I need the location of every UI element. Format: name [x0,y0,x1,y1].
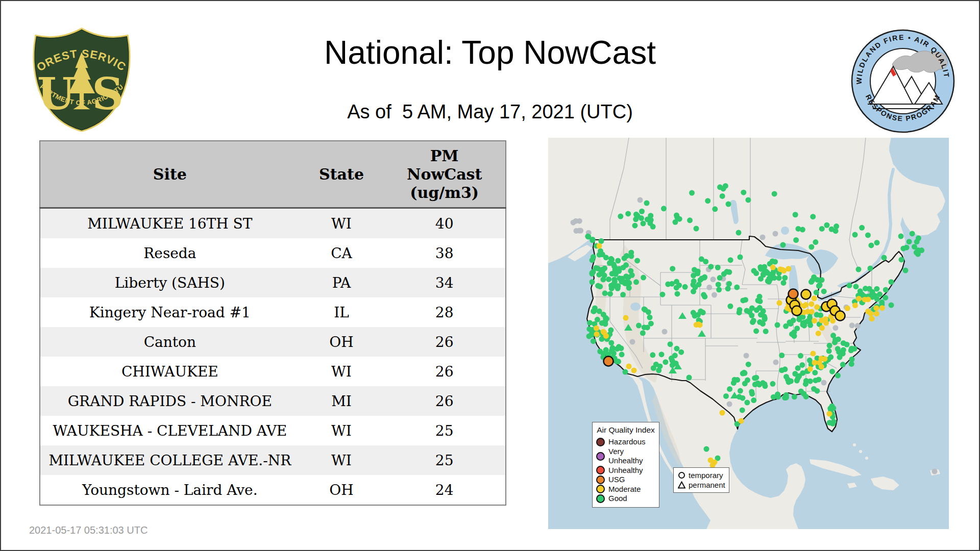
monitor-dot-good [734,377,740,383]
monitor-dot-moderate [601,329,606,335]
hazardous-swatch-icon [596,438,605,446]
monitor-dot-moderate [819,318,824,323]
monitor-dot-good [590,271,595,277]
monitor-dot-good [751,397,756,403]
monitor-dot-good [906,239,912,244]
monitor-dot-good [849,361,854,367]
monitor-dot-good [821,289,827,294]
monitor-dot-moderate [869,316,875,321]
header-pm-nowcast: PM NowCast (ug/m3) [383,141,506,208]
monitor-dot-good [835,373,841,379]
cell-state: MI [300,386,384,416]
monitor-dot-good [758,276,764,282]
monitor-dot-good [726,281,732,287]
monitor-dot-good [827,343,832,348]
monitor-dot-good [687,375,692,381]
monitor-dot-good [840,362,846,367]
monitor-dot-good [765,270,770,276]
monitor-dot-no-data [630,339,635,345]
monitor-dot-good [738,388,743,394]
monitor-dot-good [615,258,621,263]
monitor-dot-good [623,369,628,375]
monitor-dot-good [669,356,674,361]
good-swatch-icon [596,494,605,503]
monitor-dot-moderate [873,305,879,311]
monitor-dot-good [874,240,879,245]
cell-value: 26 [383,327,506,357]
usg-swatch-icon [596,475,605,484]
monitor-dot-good [717,275,723,281]
monitor-dot-no-data [849,322,855,328]
monitor-dot-good [753,328,759,334]
monitor-dot-no-data [773,360,779,365]
monitor-dot-good [818,312,823,318]
monitor-dot-good [852,232,858,238]
cell-site: MILWAUKEE 16TH ST [40,208,300,239]
monitor-dot-good [783,374,789,380]
monitor-dot-good [734,285,740,290]
legend-item-hazardous: Hazardous [596,437,655,447]
monitor-dot-good [623,262,629,268]
monitor-dot-good [745,197,751,203]
monitor-dot-good [665,282,671,287]
monitor-dot-good [603,347,609,353]
monitor-dot-moderate [776,300,782,306]
temporary-label: temporary [689,470,723,480]
monitor-dot-good [776,275,782,281]
monitor-dot-moderate [809,309,815,314]
monitor-dot-good [590,279,595,285]
monitor-dot-no-data [773,231,778,237]
cell-state: IL [300,297,384,327]
monitor-dot-good [792,371,798,377]
monitor-dot-good [622,256,627,261]
cell-site: Youngstown - Laird Ave. [40,475,300,505]
monitor-dot-moderate [814,304,820,310]
monitor-dot-good [632,223,638,229]
monitor-dot-good [717,184,723,190]
table-header-row: Site State PM NowCast (ug/m3) [40,141,506,208]
permanent-label: permanent [689,480,725,490]
monitor-dot-moderate [879,305,885,311]
monitor-dot-good [626,274,631,280]
monitor-dot-good [633,212,639,217]
monitor-dot-good [586,326,592,332]
monitor-dot-good [591,338,596,344]
monitor-dot-good [883,295,888,300]
monitor-dot-good [741,190,746,195]
cell-value: 26 [383,386,506,416]
monitor-dot-no-data [821,380,827,386]
monitor-dot-good [636,323,642,329]
legend-item-very_unhealthy: Very Unhealthy [596,447,655,466]
top-site-highlight-usg [604,357,614,366]
monitor-dot-good [744,308,750,314]
monitor-dot-moderate [739,418,744,424]
monitor-dot-good [874,286,879,292]
monitor-dot-good [611,350,617,356]
monitor-dot-good [900,246,906,252]
monitor-dot-moderate [852,303,858,308]
monitor-dot-good [619,352,625,357]
cell-value: 38 [383,238,506,268]
monitor-dot-good [611,264,617,269]
header-site: Site [40,141,300,208]
monitor-dot-good [604,316,609,321]
generated-timestamp: 2021-05-17 05:31:03 UTC [29,524,148,536]
cell-value: 26 [383,357,506,386]
monitor-dot-good [840,351,846,357]
monitor-dot-good [689,190,695,196]
monitor-dot-moderate [830,318,836,323]
monitor-dot-good [749,389,754,395]
table-row: GRAND RAPIDS - MONROEMI26 [40,386,506,416]
top-site-highlight-usg [789,289,798,299]
monitor-dot-good [760,321,766,327]
monitor-dot-good [750,319,755,325]
monitor-dot-moderate [801,303,807,309]
cell-value: 24 [383,475,506,505]
monitor-dot-good [757,305,763,311]
monitor-dot-good [726,202,731,207]
monitor-dot-moderate [697,322,703,328]
monitor-dot-moderate [819,364,824,369]
monitor-dot-good [585,234,591,239]
monitor-dot-moderate [786,266,791,271]
monitor-dot-good [868,242,874,248]
